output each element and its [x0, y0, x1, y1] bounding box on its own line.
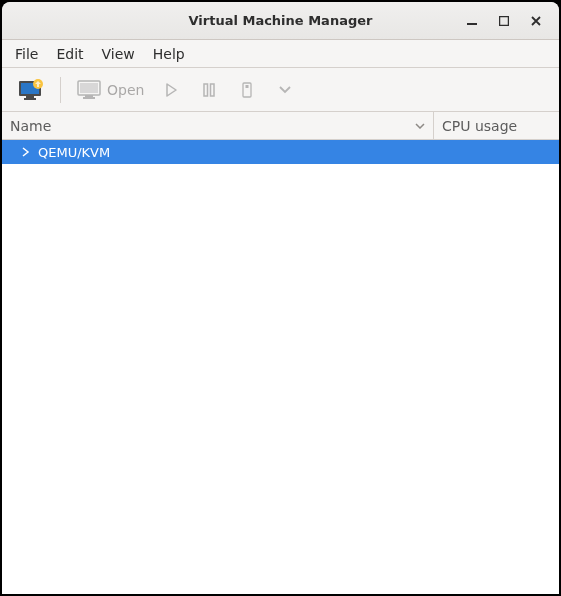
connection-row[interactable]: QEMU/KVM [2, 140, 559, 164]
shutdown-menu-button[interactable] [268, 74, 302, 106]
shutdown-icon [240, 82, 254, 98]
column-header-cpu-label: CPU usage [442, 118, 517, 134]
svg-rect-12 [211, 84, 215, 96]
svg-rect-14 [246, 85, 249, 88]
pause-icon [202, 83, 216, 97]
menu-view[interactable]: View [93, 42, 144, 66]
svg-rect-4 [26, 96, 34, 98]
maximize-button[interactable] [495, 12, 513, 30]
menubar: File Edit View Help [2, 40, 559, 68]
chevron-down-icon [279, 86, 291, 94]
sort-indicator-icon [415, 123, 425, 129]
run-vm-button[interactable] [154, 74, 188, 106]
svg-rect-9 [85, 95, 93, 97]
expand-chevron-icon[interactable] [22, 147, 34, 157]
open-label: Open [107, 82, 144, 98]
svg-rect-11 [204, 84, 208, 96]
menu-edit[interactable]: Edit [47, 42, 92, 66]
titlebar: Virtual Machine Manager [2, 2, 559, 40]
play-icon [164, 83, 178, 97]
connection-label: QEMU/KVM [38, 145, 110, 160]
new-vm-button[interactable] [12, 74, 50, 106]
minimize-icon [467, 16, 477, 26]
vm-list[interactable]: QEMU/KVM [2, 140, 559, 594]
close-icon [531, 16, 541, 26]
toolbar: Open [2, 68, 559, 112]
svg-rect-10 [83, 97, 95, 99]
menu-help[interactable]: Help [144, 42, 194, 66]
column-header-name-label: Name [10, 118, 51, 134]
svg-rect-8 [80, 83, 98, 93]
new-vm-icon [18, 79, 44, 101]
window-controls [463, 2, 553, 39]
pause-vm-button[interactable] [192, 74, 226, 106]
maximize-icon [499, 16, 509, 26]
menu-file[interactable]: File [6, 42, 47, 66]
column-header-name[interactable]: Name [2, 112, 434, 139]
svg-rect-5 [24, 98, 36, 100]
column-headers: Name CPU usage [2, 112, 559, 140]
app-window: Virtual Machine Manager File Edit View H… [2, 2, 559, 594]
svg-rect-0 [467, 23, 477, 25]
open-vm-button[interactable]: Open [71, 74, 150, 106]
shutdown-vm-button[interactable] [230, 74, 264, 106]
svg-rect-1 [500, 16, 509, 25]
minimize-button[interactable] [463, 12, 481, 30]
column-header-cpu[interactable]: CPU usage [434, 112, 559, 139]
toolbar-separator [60, 77, 61, 103]
monitor-icon [77, 80, 101, 100]
close-button[interactable] [527, 12, 545, 30]
